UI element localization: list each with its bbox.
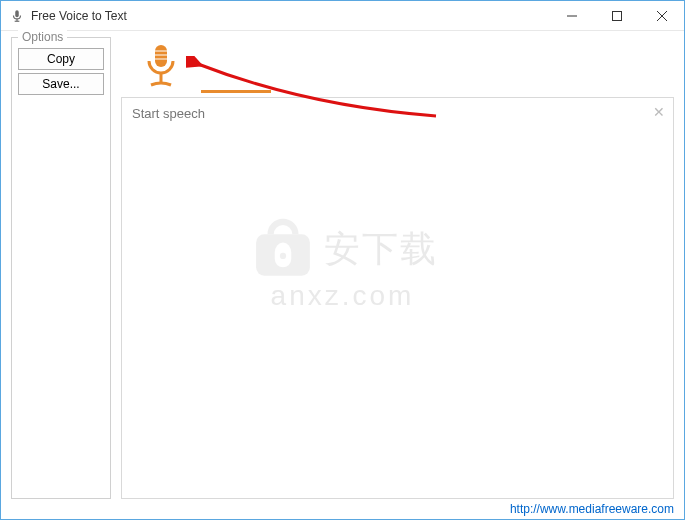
titlebar: Free Voice to Text xyxy=(1,1,684,31)
homepage-link[interactable]: http://www.mediafreeware.com xyxy=(510,502,674,516)
copy-button[interactable]: Copy xyxy=(18,48,104,70)
window-title: Free Voice to Text xyxy=(31,9,549,23)
microphone-icon[interactable] xyxy=(141,43,181,92)
svg-rect-0 xyxy=(15,10,19,17)
clear-text-icon[interactable]: ✕ xyxy=(653,104,665,120)
svg-rect-7 xyxy=(155,45,167,67)
speech-textarea[interactable]: Start speech ✕ xyxy=(121,97,674,499)
maximize-button[interactable] xyxy=(594,1,639,30)
minimize-button[interactable] xyxy=(549,1,594,30)
save-button[interactable]: Save... xyxy=(18,73,104,95)
app-icon xyxy=(9,8,25,24)
progress-underline xyxy=(201,90,271,93)
mic-row xyxy=(121,37,674,97)
footer: http://www.mediafreeware.com xyxy=(1,499,684,519)
close-button[interactable] xyxy=(639,1,684,30)
main-panel: Start speech ✕ xyxy=(121,37,674,499)
options-legend: Options xyxy=(18,30,67,44)
speech-placeholder: Start speech xyxy=(132,106,205,121)
options-panel: Options Copy Save... xyxy=(11,37,111,499)
window-controls xyxy=(549,1,684,30)
svg-rect-4 xyxy=(612,11,621,20)
client-area: Options Copy Save... Start speech ✕ xyxy=(1,31,684,499)
